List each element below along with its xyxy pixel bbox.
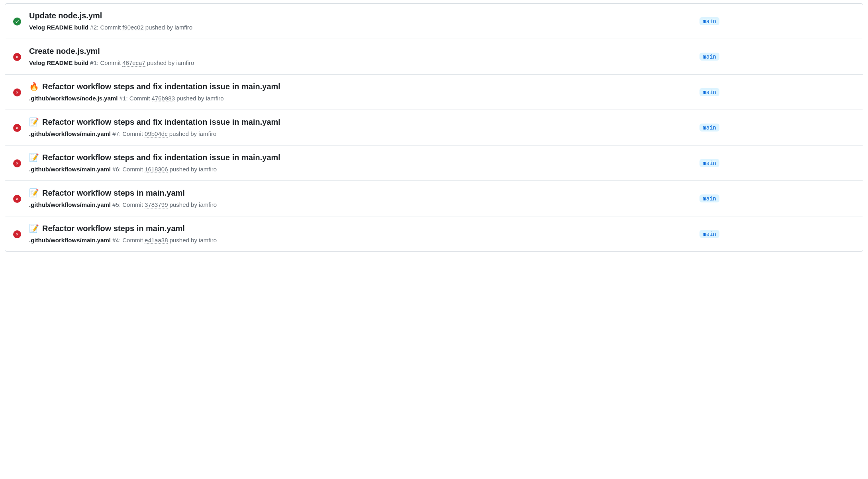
run-number: #1	[90, 59, 97, 66]
pushed-by-label: pushed by	[145, 24, 173, 31]
workflow-run-row: 📝 Refactor workflow steps in main.yaml .…	[5, 181, 863, 216]
run-number: #7	[112, 130, 119, 137]
actor-name: iamfiro	[198, 130, 216, 137]
run-info-column: 🔥 Refactor workflow steps and fix indent…	[26, 81, 693, 103]
workflow-name: .github/workflows/main.yaml	[29, 237, 111, 243]
x-circle-icon	[13, 53, 21, 61]
run-info-column: Create node.js.yml Velog README build #1…	[26, 45, 693, 68]
commit-hash-link[interactable]: 476b983	[152, 95, 175, 102]
workflow-run-row: 📝 Refactor workflow steps and fix indent…	[5, 145, 863, 181]
actor-name: iamfiro	[199, 201, 217, 208]
title-line: 🔥 Refactor workflow steps and fix indent…	[29, 81, 693, 92]
branch-column: main	[693, 194, 855, 202]
branch-label-link[interactable]: main	[699, 230, 719, 238]
run-info-column: 📝 Refactor workflow steps and fix indent…	[26, 152, 693, 174]
x-circle-icon	[13, 195, 21, 203]
branch-column: main	[693, 17, 855, 25]
run-title-link[interactable]: Create node.js.yml	[29, 45, 100, 57]
status-column	[13, 52, 26, 61]
run-number: #6	[112, 166, 119, 173]
branch-column: main	[693, 88, 855, 96]
commit-prefix: Commit	[100, 24, 121, 31]
branch-label-link[interactable]: main	[699, 88, 719, 96]
run-info-column: 📝 Refactor workflow steps in main.yaml .…	[26, 223, 693, 245]
branch-column: main	[693, 53, 855, 61]
title-emoji-icon: 📝	[29, 118, 39, 126]
pushed-by-label: pushed by	[170, 201, 197, 208]
title-emoji-icon: 🔥	[29, 82, 39, 90]
pushed-by-label: pushed by	[147, 59, 174, 66]
title-line: 📝 Refactor workflow steps and fix indent…	[29, 116, 693, 128]
pushed-by-label: pushed by	[170, 166, 197, 173]
run-title-link[interactable]: Refactor workflow steps in main.yaml	[42, 223, 185, 234]
status-column	[13, 194, 26, 203]
commit-prefix: Commit	[122, 237, 143, 243]
actor-name: iamfiro	[176, 59, 194, 66]
title-line: 📝 Refactor workflow steps in main.yaml	[29, 187, 693, 198]
commit-hash-link[interactable]: 3783799	[145, 201, 168, 208]
commit-prefix: Commit	[122, 201, 143, 208]
commit-hash-link[interactable]: e41aa38	[145, 237, 168, 244]
title-line: 📝 Refactor workflow steps in main.yaml	[29, 223, 693, 234]
title-line: Create node.js.yml	[29, 45, 693, 57]
actor-name: iamfiro	[199, 166, 217, 173]
x-circle-icon	[13, 124, 21, 132]
run-title-link[interactable]: Refactor workflow steps and fix indentat…	[42, 81, 280, 92]
actor-name: iamfiro	[206, 95, 224, 102]
branch-column: main	[693, 230, 855, 238]
workflow-name: .github/workflows/main.yaml	[29, 201, 111, 208]
branch-label-link[interactable]: main	[699, 159, 719, 167]
run-number: #1	[120, 95, 126, 102]
run-title-link[interactable]: Update node.js.yml	[29, 10, 102, 21]
commit-hash-link[interactable]: 1618306	[145, 166, 168, 173]
branch-label-link[interactable]: main	[699, 53, 719, 61]
run-subtitle: .github/workflows/main.yaml #5: Commit 3…	[29, 200, 693, 210]
commit-prefix: Commit	[122, 166, 143, 173]
branch-label-link[interactable]: main	[699, 124, 719, 132]
run-info-column: 📝 Refactor workflow steps in main.yaml .…	[26, 187, 693, 210]
run-number: #4	[112, 237, 119, 243]
title-line: 📝 Refactor workflow steps and fix indent…	[29, 152, 693, 163]
pushed-by-label: pushed by	[176, 95, 204, 102]
commit-prefix: Commit	[100, 59, 121, 66]
status-column	[13, 88, 26, 96]
status-column	[13, 230, 26, 238]
commit-hash-link[interactable]: 467eca7	[122, 59, 145, 67]
run-title-link[interactable]: Refactor workflow steps in main.yaml	[42, 187, 185, 198]
commit-hash-link[interactable]: f90ec02	[122, 24, 143, 31]
commit-prefix: Commit	[129, 95, 150, 102]
pushed-by-label: pushed by	[169, 130, 197, 137]
workflow-run-row: 📝 Refactor workflow steps in main.yaml .…	[5, 216, 863, 251]
title-emoji-icon: 📝	[29, 153, 39, 161]
title-line: Update node.js.yml	[29, 10, 693, 21]
status-column	[13, 123, 26, 132]
run-subtitle: .github/workflows/main.yaml #6: Commit 1…	[29, 165, 693, 174]
workflow-name: .github/workflows/main.yaml	[29, 130, 111, 137]
title-emoji-icon: 📝	[29, 189, 39, 197]
commit-prefix: Commit	[122, 130, 143, 137]
run-info-column: Update node.js.yml Velog README build #2…	[26, 10, 693, 32]
run-title-link[interactable]: Refactor workflow steps and fix indentat…	[42, 152, 280, 163]
run-subtitle: .github/workflows/main.yaml #4: Commit e…	[29, 236, 693, 245]
run-subtitle: .github/workflows/main.yaml #7: Commit 0…	[29, 129, 693, 139]
workflow-name: Velog README build	[29, 24, 88, 31]
x-circle-icon	[13, 159, 21, 167]
workflow-runs-list: Update node.js.yml Velog README build #2…	[5, 3, 863, 252]
x-circle-icon	[13, 230, 21, 238]
workflow-run-row: 🔥 Refactor workflow steps and fix indent…	[5, 75, 863, 110]
commit-hash-link[interactable]: 09b04dc	[145, 130, 168, 137]
branch-label-link[interactable]: main	[699, 17, 719, 25]
run-title-link[interactable]: Refactor workflow steps and fix indentat…	[42, 116, 280, 128]
workflow-run-row: Update node.js.yml Velog README build #2…	[5, 4, 863, 39]
workflow-run-row: Create node.js.yml Velog README build #1…	[5, 39, 863, 75]
status-column	[13, 159, 26, 167]
status-column	[13, 17, 26, 26]
branch-label-link[interactable]: main	[699, 194, 719, 202]
run-number: #5	[112, 201, 119, 208]
run-subtitle: Velog README build #1: Commit 467eca7 pu…	[29, 58, 693, 68]
run-info-column: 📝 Refactor workflow steps and fix indent…	[26, 116, 693, 139]
run-subtitle: .github/workflows/node.js.yaml #1: Commi…	[29, 94, 693, 103]
x-circle-icon	[13, 88, 21, 96]
workflow-name: .github/workflows/node.js.yaml	[29, 95, 118, 102]
run-number: #2	[90, 24, 97, 31]
